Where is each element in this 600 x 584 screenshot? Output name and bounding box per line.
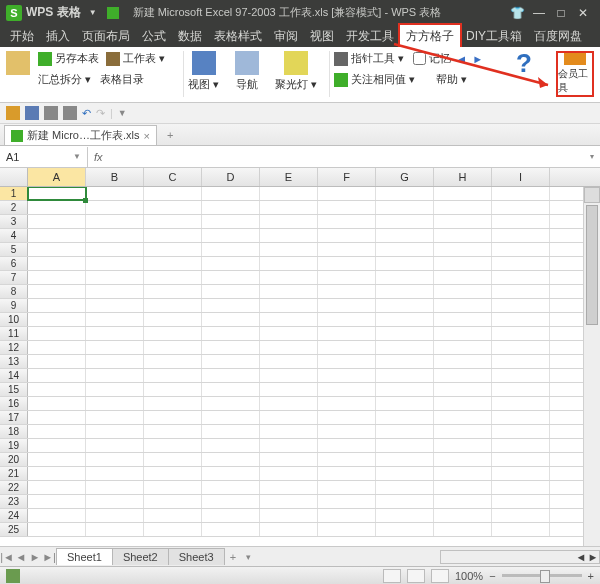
member-tools-button[interactable]: 会员工具 (556, 51, 594, 97)
row-header[interactable]: 14 (0, 369, 28, 382)
cell[interactable] (202, 453, 260, 466)
cell[interactable] (260, 383, 318, 396)
cell[interactable] (492, 439, 550, 452)
cell[interactable] (202, 341, 260, 354)
cell[interactable] (376, 271, 434, 284)
cell[interactable] (434, 411, 492, 424)
menu-数据[interactable]: 数据 (172, 25, 208, 47)
cell[interactable] (434, 257, 492, 270)
cell[interactable] (434, 285, 492, 298)
cell[interactable] (492, 383, 550, 396)
cell[interactable] (434, 201, 492, 214)
cell[interactable] (144, 453, 202, 466)
cell[interactable] (376, 439, 434, 452)
skin-icon[interactable]: 👕 (506, 6, 528, 20)
cell[interactable] (28, 439, 86, 452)
cell[interactable] (376, 299, 434, 312)
cell[interactable] (28, 229, 86, 242)
menu-百度网盘[interactable]: 百度网盘 (528, 25, 588, 47)
cell[interactable] (86, 453, 144, 466)
cell[interactable] (318, 383, 376, 396)
fx-icon[interactable]: fx (88, 151, 109, 163)
row-header[interactable]: 15 (0, 383, 28, 396)
cell[interactable] (260, 509, 318, 522)
cell[interactable] (86, 411, 144, 424)
cell[interactable] (202, 243, 260, 256)
col-header-H[interactable]: H (434, 168, 492, 186)
cell[interactable] (144, 215, 202, 228)
cell[interactable] (86, 257, 144, 270)
cell[interactable] (28, 299, 86, 312)
row-header[interactable]: 13 (0, 355, 28, 368)
cell[interactable] (492, 243, 550, 256)
sheet-nav-next-icon[interactable]: ► (28, 551, 42, 563)
col-header-F[interactable]: F (318, 168, 376, 186)
close-button[interactable]: ✕ (572, 6, 594, 20)
cell[interactable] (376, 509, 434, 522)
cell[interactable] (260, 299, 318, 312)
cell[interactable] (28, 187, 86, 200)
scroll-up-icon[interactable] (584, 187, 600, 203)
cell[interactable] (202, 285, 260, 298)
cell[interactable] (318, 439, 376, 452)
cell[interactable] (376, 355, 434, 368)
cell[interactable] (376, 243, 434, 256)
qa-redo-icon[interactable]: ↷ (96, 107, 105, 120)
menu-开始[interactable]: 开始 (4, 25, 40, 47)
cell[interactable] (492, 215, 550, 228)
ribbon-help-dropdown[interactable]: 帮助 ▾ (436, 72, 467, 87)
cell[interactable] (492, 355, 550, 368)
cell[interactable] (260, 523, 318, 536)
cell[interactable] (202, 201, 260, 214)
vertical-scrollbar[interactable] (583, 187, 600, 546)
zoom-slider[interactable] (502, 574, 582, 577)
cell[interactable] (202, 495, 260, 508)
view-layout-icon[interactable] (407, 569, 425, 583)
cell[interactable] (28, 313, 86, 326)
cell[interactable] (202, 397, 260, 410)
cell[interactable] (144, 425, 202, 438)
cell[interactable] (434, 313, 492, 326)
doc-tab-close-icon[interactable]: × (143, 130, 149, 142)
cell[interactable] (376, 453, 434, 466)
row-header[interactable]: 25 (0, 523, 28, 536)
cell[interactable] (376, 285, 434, 298)
ribbon-save-table[interactable]: 另存本表 工作表 ▾ (38, 51, 165, 66)
cell[interactable] (318, 215, 376, 228)
cell[interactable] (434, 355, 492, 368)
row-header[interactable]: 2 (0, 201, 28, 214)
minimize-button[interactable]: — (528, 6, 550, 20)
cell[interactable] (144, 187, 202, 200)
cell[interactable] (376, 411, 434, 424)
cell[interactable] (492, 495, 550, 508)
cell[interactable] (376, 383, 434, 396)
cell[interactable] (318, 397, 376, 410)
cell[interactable] (86, 299, 144, 312)
cell[interactable] (260, 355, 318, 368)
cell[interactable] (260, 285, 318, 298)
zoom-level[interactable]: 100% (455, 570, 483, 582)
row-header[interactable]: 1 (0, 187, 28, 200)
cell[interactable] (492, 229, 550, 242)
row-header[interactable]: 23 (0, 495, 28, 508)
col-header-B[interactable]: B (86, 168, 144, 186)
cell[interactable] (260, 467, 318, 480)
col-header-A[interactable]: A (28, 168, 86, 186)
cell[interactable] (260, 271, 318, 284)
spreadsheet-grid[interactable]: ABCDEFGHI 123456789101112131415161718192… (0, 168, 600, 546)
cell[interactable] (260, 327, 318, 340)
cell[interactable] (376, 397, 434, 410)
cell[interactable] (492, 299, 550, 312)
cell[interactable] (202, 523, 260, 536)
cell[interactable] (202, 327, 260, 340)
cell[interactable] (28, 383, 86, 396)
cell[interactable] (318, 299, 376, 312)
cell[interactable] (86, 201, 144, 214)
cell[interactable] (492, 271, 550, 284)
cell[interactable] (28, 509, 86, 522)
row-header[interactable]: 10 (0, 313, 28, 326)
cell[interactable] (376, 313, 434, 326)
cell[interactable] (492, 369, 550, 382)
cell[interactable] (492, 453, 550, 466)
cell[interactable] (376, 201, 434, 214)
